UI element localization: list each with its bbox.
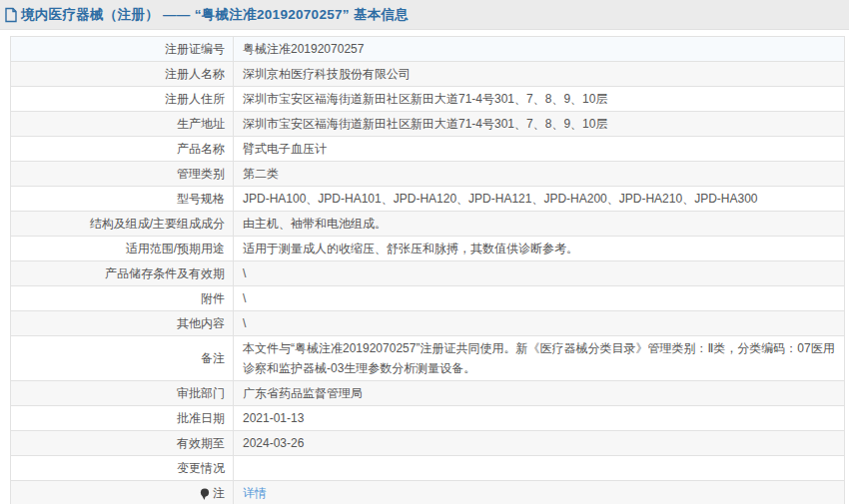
row-label: 结构及组成/主要组成成分 — [11, 212, 234, 236]
table-row: 注册人住所深圳市宝安区福海街道新田社区新田大道71-4号301、7、8、9、10… — [11, 87, 844, 112]
table-row: 附件\ — [11, 286, 844, 311]
row-value — [234, 456, 844, 480]
pin-icon — [200, 488, 210, 501]
row-label-text: 注册人住所 — [165, 91, 225, 108]
row-label: 附件 — [11, 286, 234, 310]
table-row: 结构及组成/主要组成成分由主机、袖带和电池组成。 — [11, 212, 844, 237]
page-title: 境内医疗器械（注册） —— “粤械注准20192070257” 基本信息 — [21, 6, 409, 24]
table-row: 生产地址深圳市宝安区福海街道新田社区新田大道71-4号301、7、8、9、10层 — [11, 112, 844, 137]
table-row: 批准日期2021-01-13 — [11, 406, 844, 431]
table-row: 适用范围/预期用途适用于测量成人的收缩压、舒张压和脉搏，其数值供诊断参考。 — [11, 237, 844, 261]
row-label: 产品储存条件及有效期 — [11, 261, 234, 285]
row-value: 粤械注准20192070257 — [234, 37, 844, 61]
row-value: 2021-01-13 — [234, 406, 844, 430]
table-row: 注详情 — [11, 481, 844, 504]
row-value: \ — [234, 286, 844, 310]
row-label: 管理类别 — [11, 162, 234, 186]
row-label: 其他内容 — [11, 311, 234, 335]
row-label: 注 — [11, 481, 234, 504]
row-label-text: 变更情况 — [177, 460, 225, 477]
table-row: 备注本文件与“粤械注准20192070257”注册证共同使用。新《医疗器械分类目… — [11, 336, 844, 381]
row-value: 深圳市宝安区福海街道新田社区新田大道71-4号301、7、8、9、10层 — [234, 112, 844, 136]
table-row: 管理类别第二类 — [11, 162, 844, 187]
row-value: 深圳京柏医疗科技股份有限公司 — [234, 62, 844, 86]
row-value: 本文件与“粤械注准20192070257”注册证共同使用。新《医疗器械分类目录》… — [234, 336, 844, 380]
row-label: 注册人住所 — [11, 87, 234, 111]
row-label: 生产地址 — [11, 112, 234, 136]
row-label-text: 注册证编号 — [165, 41, 225, 58]
row-label-text: 产品名称 — [177, 141, 225, 158]
info-table: 注册证编号粤械注准20192070257注册人名称深圳京柏医疗科技股份有限公司注… — [10, 36, 845, 504]
table-row: 产品储存条件及有效期\ — [11, 261, 844, 286]
row-value: 深圳市宝安区福海街道新田社区新田大道71-4号301、7、8、9、10层 — [234, 87, 844, 111]
row-label-text: 其他内容 — [177, 315, 225, 332]
details-link[interactable]: 详情 — [243, 484, 267, 503]
row-label-text: 附件 — [201, 290, 225, 307]
row-label-text: 注册人名称 — [165, 66, 225, 83]
row-label-text: 有效期至 — [177, 435, 225, 452]
row-value: \ — [234, 261, 844, 285]
row-label: 审批部门 — [11, 381, 234, 405]
row-value: 2024-03-26 — [234, 431, 844, 455]
table-row: 型号规格JPD-HA100、JPD-HA101、JPD-HA120、JPD-HA… — [11, 187, 844, 212]
row-value: 臂式电子血压计 — [234, 137, 844, 161]
row-value: \ — [234, 311, 844, 335]
row-value: JPD-HA100、JPD-HA101、JPD-HA120、JPD-HA121、… — [234, 187, 844, 211]
row-label-text: 注 — [213, 485, 225, 502]
row-value: 广东省药品监督管理局 — [234, 381, 844, 405]
row-value: 由主机、袖带和电池组成。 — [234, 212, 844, 236]
row-value: 适用于测量成人的收缩压、舒张压和脉搏，其数值供诊断参考。 — [234, 237, 844, 260]
row-label-text: 管理类别 — [177, 166, 225, 183]
row-label: 注册人名称 — [11, 62, 234, 86]
row-label: 型号规格 — [11, 187, 234, 211]
table-row: 审批部门广东省药品监督管理局 — [11, 381, 844, 406]
row-label: 批准日期 — [11, 406, 234, 430]
row-label: 适用范围/预期用途 — [11, 237, 234, 260]
row-label-text: 适用范围/预期用途 — [126, 241, 225, 257]
row-value: 详情 — [234, 481, 844, 504]
row-label-text: 产品储存条件及有效期 — [105, 265, 225, 282]
table-row: 有效期至2024-03-26 — [11, 431, 844, 456]
row-label-text: 生产地址 — [177, 116, 225, 133]
table-row: 注册人名称深圳京柏医疗科技股份有限公司 — [11, 62, 844, 87]
row-label: 产品名称 — [11, 137, 234, 161]
table-row: 产品名称臂式电子血压计 — [11, 137, 844, 162]
table-row: 注册证编号粤械注准20192070257 — [11, 37, 844, 62]
row-label: 注册证编号 — [11, 37, 234, 61]
row-label: 有效期至 — [11, 431, 234, 455]
row-value: 第二类 — [234, 162, 844, 186]
table-row: 变更情况 — [11, 456, 844, 481]
document-icon — [4, 7, 18, 23]
row-label-text: 型号规格 — [177, 191, 225, 208]
table-row: 其他内容\ — [11, 311, 844, 336]
row-label: 备注 — [11, 336, 234, 380]
row-label: 变更情况 — [11, 456, 234, 480]
page-header: 境内医疗器械（注册） —— “粤械注准20192070257” 基本信息 — [0, 0, 849, 30]
row-label-text: 结构及组成/主要组成成分 — [90, 216, 225, 233]
row-label-text: 批准日期 — [177, 410, 225, 427]
row-label-text: 备注 — [201, 350, 225, 367]
row-label-text: 审批部门 — [177, 385, 225, 402]
